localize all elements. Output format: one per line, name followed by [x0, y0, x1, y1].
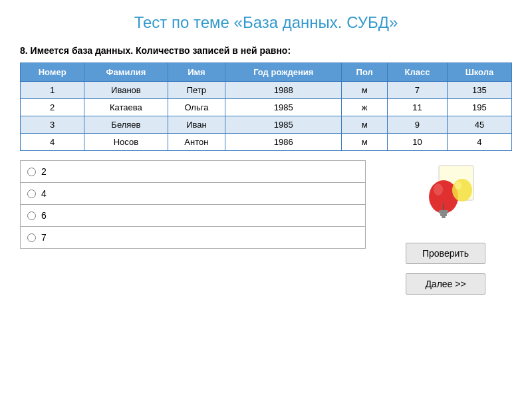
table-cell: 1985: [225, 116, 342, 134]
table-cell: Иван: [168, 116, 225, 134]
option-row: 6: [20, 205, 366, 227]
option-radio-6[interactable]: [27, 211, 36, 220]
svg-point-2: [434, 184, 443, 196]
table-cell: 7: [388, 82, 448, 99]
table-header-cell: Имя: [168, 63, 225, 82]
lightbulb-illustration: [409, 160, 482, 233]
table-cell: Петр: [168, 82, 225, 99]
table-cell: 4: [21, 134, 84, 151]
table-cell: м: [342, 116, 388, 134]
table-header-cell: Год рождения: [225, 63, 342, 82]
table-cell: 9: [388, 116, 448, 134]
table-row: 2КатаеваОльга1985ж11195: [21, 99, 512, 116]
table-cell: Беляев: [84, 116, 168, 134]
table-cell: 3: [21, 116, 84, 134]
table-cell: Катаева: [84, 99, 168, 116]
table-cell: 4: [447, 134, 511, 151]
svg-rect-5: [442, 216, 446, 218]
table-cell: ж: [342, 99, 388, 116]
table-cell: 10: [388, 134, 448, 151]
bottom-section: 2467 Проверить Далее: [20, 160, 512, 295]
next-button[interactable]: Далее >>: [406, 273, 485, 295]
question-text: 8. Имеется база данных. Количество запис…: [20, 45, 512, 56]
table-cell: Ольга: [168, 99, 225, 116]
table-cell: м: [342, 134, 388, 151]
data-table: НомерФамилияИмяГод рожденияПолКлассШкола…: [20, 63, 512, 151]
svg-rect-3: [439, 210, 448, 213]
table-cell: 1985: [225, 99, 342, 116]
table-cell: 2: [21, 99, 84, 116]
table-cell: м: [342, 82, 388, 99]
table-header-cell: Школа: [447, 63, 511, 82]
table-cell: 45: [447, 116, 511, 134]
table-row: 4НосовАнтон1986м104: [21, 134, 512, 151]
option-radio-7[interactable]: [27, 233, 36, 242]
option-label: 4: [41, 188, 47, 199]
table-header-cell: Номер: [21, 63, 84, 82]
option-label: 2: [41, 166, 47, 177]
check-button[interactable]: Проверить: [406, 243, 485, 264]
table-header-cell: Пол: [342, 63, 388, 82]
table-header-cell: Класс: [388, 63, 448, 82]
option-label: 7: [41, 232, 47, 243]
table-cell: Антон: [168, 134, 225, 151]
option-label: 6: [41, 210, 47, 221]
table-header-cell: Фамилия: [84, 63, 168, 82]
options-area: 2467: [20, 160, 366, 295]
table-cell: 1988: [225, 82, 342, 99]
table-cell: 1986: [225, 134, 342, 151]
table-cell: Иванов: [84, 82, 168, 99]
svg-point-8: [455, 182, 462, 190]
option-row: 7: [20, 227, 366, 249]
option-radio-2[interactable]: [27, 168, 36, 176]
svg-rect-4: [440, 213, 447, 216]
table-row: 1ИвановПетр1988м7135: [21, 82, 512, 99]
table-cell: 135: [447, 82, 511, 99]
option-row: 2: [20, 160, 366, 183]
table-cell: Носов: [84, 134, 168, 151]
option-row: 4: [20, 183, 366, 205]
right-area: Проверить Далее >>: [379, 160, 512, 295]
svg-point-7: [452, 179, 472, 201]
table-cell: 11: [388, 99, 448, 116]
table-row: 3БеляевИван1985м945: [21, 116, 512, 134]
table-cell: 1: [21, 82, 84, 99]
page-title: Тест по теме «База данных. СУБД»: [20, 13, 512, 32]
option-radio-4[interactable]: [27, 190, 36, 198]
table-cell: 195: [447, 99, 511, 116]
